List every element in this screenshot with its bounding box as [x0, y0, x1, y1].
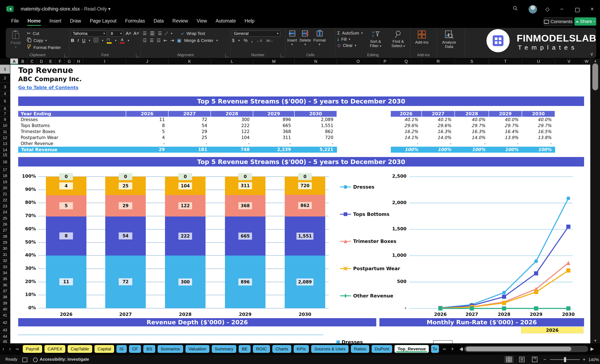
horizontal-scrollbar[interactable] — [464, 346, 588, 352]
column-header-M[interactable]: M — [253, 58, 295, 64]
column-header-G[interactable]: G — [65, 58, 74, 64]
row-header-7[interactable]: 7 — [0, 111, 10, 117]
number-format-select[interactable]: General▾ — [232, 31, 280, 36]
zoom-level[interactable]: 140% — [588, 357, 599, 362]
column-header-V[interactable]: V — [555, 58, 583, 64]
legend-item-other-revenue[interactable]: Other Revenue — [339, 293, 393, 299]
cell-tops-bottoms-2027[interactable]: 54 — [169, 123, 211, 129]
increase-decimal-icon[interactable]: ←.0 — [256, 39, 262, 42]
pct-postpartum-wear-2026[interactable]: 14.1% — [391, 135, 422, 141]
column-header-P[interactable]: P — [379, 58, 391, 64]
title-chevron-icon[interactable]: ▾ — [108, 6, 111, 12]
row-header-9[interactable]: 9 — [0, 117, 10, 123]
analyze-data-button[interactable]: AnalyzeData — [438, 30, 460, 49]
row-header-33[interactable]: 33 — [0, 264, 10, 270]
row-header-27[interactable]: 27 — [0, 228, 10, 233]
row-header-11[interactable]: 11 — [0, 129, 10, 135]
sheet-tab-summary[interactable]: Summary — [212, 345, 236, 353]
pct-postpartum-wear-2028[interactable]: 14.0% — [455, 135, 489, 141]
cell-trimester-boxes-2028[interactable]: 122 — [211, 129, 253, 135]
pct-other-revenue-2029[interactable]: - — [489, 141, 522, 147]
sheet-tab-scenarios[interactable]: Scenarios — [158, 345, 183, 353]
pct-dresses-2028[interactable]: 40.0% — [455, 117, 489, 123]
format-cells-button[interactable]: Format ▾ — [313, 30, 326, 46]
cell-dresses-2027[interactable]: 72 — [169, 117, 211, 123]
cell-tops-bottoms-2030[interactable]: 1,551 — [295, 123, 337, 129]
sheet-tab-capex[interactable]: CAPEX — [45, 345, 65, 353]
pct-tops-bottoms-2026[interactable]: 29.6% — [391, 123, 422, 129]
runrate-year-cell[interactable]: 2026 — [521, 327, 583, 333]
menu-tab-home[interactable]: Home — [24, 16, 44, 27]
decrease-font-icon[interactable]: A˅ — [133, 31, 139, 36]
increase-font-icon[interactable]: A˄ — [126, 31, 131, 36]
column-header-B[interactable]: B — [18, 58, 28, 64]
row-header-24[interactable]: 24 — [0, 209, 10, 215]
align-top-icon[interactable]: ☰ — [143, 31, 147, 36]
sheet-tab-capital[interactable]: Capital — [94, 345, 114, 353]
row-header-35[interactable]: 35 — [0, 276, 10, 282]
sheet-tab-ratios[interactable]: Ratios — [351, 345, 369, 353]
restore-button[interactable] — [573, 5, 582, 13]
scroll-down-icon[interactable]: ▼ — [591, 339, 600, 343]
collapse-ribbon-icon[interactable]: ∨ — [590, 51, 593, 57]
row-header-16[interactable]: 16 — [0, 157, 10, 167]
pct-tops-bottoms-2030[interactable]: 29.7% — [522, 123, 555, 129]
row-header-12[interactable]: 12 — [0, 135, 10, 141]
column-header-T[interactable]: T — [489, 58, 522, 64]
row-header-25[interactable]: 25 — [0, 216, 10, 221]
cell-postpartum-wear-2029[interactable]: 311 — [253, 135, 295, 141]
macro-record-icon[interactable] — [22, 357, 27, 363]
column-header-H[interactable]: H — [74, 58, 83, 64]
copy-button[interactable]: Copy▾ — [27, 37, 61, 44]
pct-other-revenue-2028[interactable]: - — [455, 141, 489, 147]
row-header-6[interactable]: 6 — [0, 106, 10, 111]
tabs-overflow-icon[interactable]: ••• — [13, 347, 21, 351]
cell-tops-bottoms-2028[interactable]: 222 — [211, 123, 253, 129]
sheet-grid[interactable]: Top Revenue ABC Company Inc. Go to Table… — [10, 65, 590, 343]
sheet-tab-captable[interactable]: CapTable — [68, 345, 92, 353]
vertical-scroll-thumb[interactable] — [592, 64, 598, 90]
sheet-tab-roic[interactable]: ROIC — [253, 345, 270, 353]
format-painter-button[interactable]: Format Painter — [27, 44, 61, 51]
cell-dresses-2029[interactable]: 896 — [253, 117, 295, 123]
row-header-3[interactable]: 3 — [0, 83, 10, 91]
pct-trimester-boxes-2027[interactable]: 16.3% — [422, 129, 455, 135]
sheet-tab-dupont[interactable]: DuPont — [372, 345, 392, 353]
number-dialog-launcher-icon[interactable] — [281, 54, 284, 57]
row-header-17[interactable]: 17 — [0, 167, 10, 173]
cell-postpartum-wear-2028[interactable]: 104 — [211, 135, 253, 141]
row-header-38[interactable]: 38 — [0, 294, 10, 300]
search-icon[interactable] — [511, 5, 520, 13]
row-header-43[interactable]: 43 — [0, 327, 10, 333]
align-right-icon[interactable]: ☲ — [157, 38, 161, 43]
orientation-icon[interactable]: ⟋ — [165, 31, 168, 36]
paste-button[interactable]: Paste ▾ — [8, 30, 24, 51]
pct-postpartum-wear-2029[interactable]: 13.9% — [489, 135, 522, 141]
column-header-D[interactable]: D — [37, 58, 46, 64]
pct-trimester-boxes-2030[interactable]: 16.5% — [522, 129, 555, 135]
row-header-22[interactable]: 22 — [0, 197, 10, 203]
percent-format-icon[interactable]: % — [244, 38, 248, 43]
cell-trimester-boxes-2027[interactable]: 29 — [169, 129, 211, 135]
comma-format-icon[interactable]: , — [251, 38, 253, 43]
cell-postpartum-wear-2027[interactable]: 25 — [169, 135, 211, 141]
column-header-U[interactable]: U — [522, 58, 555, 64]
row-header-29[interactable]: 29 — [0, 240, 10, 246]
align-center-icon[interactable]: ☰ — [150, 38, 154, 43]
font-size-select[interactable]: 8▾ — [109, 31, 124, 36]
pct-tops-bottoms-2029[interactable]: 29.7% — [489, 123, 522, 129]
row-header-10[interactable]: 10 — [0, 123, 10, 129]
row-header-28[interactable]: 28 — [0, 234, 10, 240]
cell-other-revenue-2027[interactable]: - — [169, 141, 211, 147]
menu-tab-page-layout[interactable]: Page Layout — [86, 16, 120, 27]
row-header-14[interactable]: 14 — [0, 147, 10, 153]
insert-cells-button[interactable]: Insert ▾ — [287, 30, 297, 46]
pct-other-revenue-2030[interactable]: - — [522, 141, 555, 147]
fill-color-button[interactable]: ⛫ — [107, 38, 112, 44]
row-header-31[interactable]: 31 — [0, 252, 10, 258]
row-header-40[interactable]: 40 — [0, 306, 10, 312]
menu-tab-view[interactable]: View — [193, 16, 210, 27]
cell-trimester-boxes-2029[interactable]: 368 — [253, 129, 295, 135]
underline-button[interactable]: U — [82, 38, 85, 43]
status-accessibility[interactable]: Accessibility: Investigate — [40, 357, 89, 362]
